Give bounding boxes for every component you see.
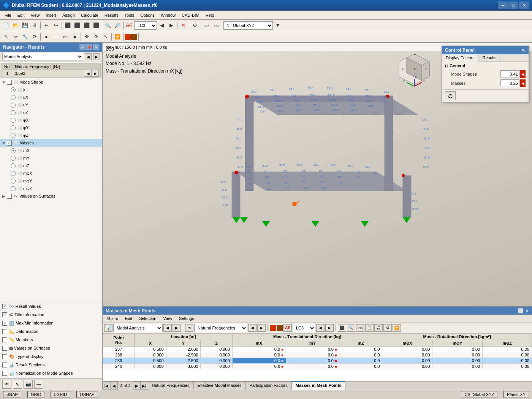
save-btn[interactable]: 💾: [21, 21, 30, 30]
open-btn[interactable]: 📂: [11, 21, 20, 30]
table-menu-goto[interactable]: Go To: [104, 315, 121, 321]
solid-btn[interactable]: ■: [70, 32, 79, 41]
print-btn[interactable]: 🖨: [30, 21, 39, 30]
uz-radio[interactable]: [11, 110, 16, 115]
menu-insert[interactable]: Insert: [43, 12, 59, 18]
tool2-btn[interactable]: ✏: [11, 32, 20, 41]
values-surfaces-checkbox[interactable]: [7, 194, 12, 199]
ux-item[interactable]: ⬜ uX: [0, 93, 102, 101]
cp-section-header[interactable]: ⊟ General: [445, 63, 526, 68]
lgrid-status[interactable]: LGRID: [51, 391, 70, 398]
ts-config-btn[interactable]: ⚙: [383, 324, 392, 332]
tab-last-btn[interactable]: ▶|: [141, 382, 148, 390]
cp-mode-shapes-input[interactable]: [500, 70, 519, 78]
phiy-item[interactable]: ⬜ φY: [0, 124, 102, 131]
table-row[interactable]: 2390.500-2.5000.0000.0 ■0.0 ■0.00.000.00…: [103, 358, 532, 364]
analysis-type-dropdown[interactable]: Modal Analysis: [2, 53, 83, 60]
u-abs-item[interactable]: ⬜ |u|: [0, 86, 102, 93]
view-xy-btn[interactable]: xxx: [212, 21, 221, 30]
title-info-checkbox[interactable]: [2, 312, 7, 317]
cp-masses-input[interactable]: [500, 79, 519, 87]
ts-print-btn[interactable]: 🖨: [374, 324, 383, 332]
menu-tools[interactable]: Tools: [121, 12, 137, 18]
phix-item[interactable]: ⬜ φX: [0, 116, 102, 124]
nav-minimize-btn[interactable]: ─: [79, 44, 86, 50]
menu-cad-bim[interactable]: CAD-BIM: [179, 12, 202, 18]
ts-brown-btn[interactable]: [277, 325, 283, 331]
mz-radio[interactable]: [11, 163, 16, 168]
tool3-btn[interactable]: 🔧: [21, 32, 30, 41]
menu-edit[interactable]: Edit: [14, 12, 28, 18]
osnap-status[interactable]: OSNAP: [76, 391, 98, 398]
nav-deformation[interactable]: 📐 Deformation: [0, 327, 102, 336]
maximize-button[interactable]: □: [508, 2, 518, 9]
tab-first-btn[interactable]: |◀: [103, 382, 110, 390]
move-btn[interactable]: ✥: [82, 32, 91, 41]
ts-prev-btn[interactable]: ◀: [163, 324, 172, 332]
snap-status[interactable]: SNAP: [3, 391, 21, 398]
cp-tab-display-factors[interactable]: Display Factors: [442, 54, 479, 62]
nav-next-btn[interactable]: ▶: [167, 21, 176, 30]
values-surfaces-item[interactable]: ▶ xx Values on Surfaces: [0, 192, 102, 200]
tab-effective-modal[interactable]: Effective Modal Masses: [194, 382, 246, 390]
nav-result-values[interactable]: xxx Result Values: [0, 302, 102, 310]
ts-next-btn[interactable]: ▶: [173, 324, 181, 332]
menu-assign[interactable]: Assign: [59, 12, 78, 18]
cp-tab-results[interactable]: Results: [479, 54, 501, 62]
mode-shape-item[interactable]: ▼ ⬜ Mode Shape: [0, 78, 102, 86]
ts-lc-dropdown[interactable]: LC3: [293, 324, 315, 332]
menu-help[interactable]: Help: [203, 12, 217, 18]
minimize-button[interactable]: ─: [498, 2, 508, 9]
ts-freq-dropdown[interactable]: Natural Frequencies: [194, 324, 247, 332]
line-btn[interactable]: —: [51, 32, 60, 41]
tool1-btn[interactable]: ↖: [2, 32, 11, 41]
view4-btn[interactable]: ⬛: [92, 21, 101, 30]
nav-normalization[interactable]: 📊 Normalization of Mode Shapes: [0, 369, 102, 377]
my-item[interactable]: ⬜ mY: [0, 154, 102, 162]
phix-radio[interactable]: [11, 118, 16, 123]
table-menu-selection[interactable]: Selection: [136, 315, 159, 321]
ts-xxx-btn[interactable]: xxx: [356, 324, 364, 332]
cp-close-btn[interactable]: ✕: [521, 47, 526, 53]
view3-btn[interactable]: ⬛: [82, 21, 91, 30]
nav-result-sections[interactable]: 🔬 Result Sections: [0, 361, 102, 369]
hz-nav-forward[interactable]: ▶: [92, 70, 99, 77]
zoom-out-btn[interactable]: 🔎: [113, 21, 122, 30]
menu-options[interactable]: Options: [137, 12, 158, 18]
nav-footer-cursor-btn[interactable]: ↖: [13, 380, 22, 389]
rotate-btn[interactable]: ⟳: [92, 32, 101, 41]
ts-red-btn[interactable]: [270, 325, 276, 331]
uy-item[interactable]: ⬜ uY: [0, 101, 102, 109]
nav-title-info[interactable]: 🏷 Title Information: [0, 310, 102, 319]
tp-close-btn[interactable]: ✕: [525, 308, 529, 314]
delete-btn[interactable]: ✕: [179, 21, 188, 30]
ts-freq-icon-btn[interactable]: ∿: [185, 324, 193, 332]
view-expand-btn[interactable]: ▼: [273, 21, 282, 30]
tab-next-btn[interactable]: ▶: [133, 382, 141, 390]
tab-masses-mesh[interactable]: Masses in Mesh Points: [292, 381, 345, 390]
nav-type-display[interactable]: 🎨 Type of display: [0, 352, 102, 361]
mpy-item[interactable]: ⬜ mφY: [0, 177, 102, 185]
ts-lc-next-btn[interactable]: ▶: [325, 324, 334, 332]
ts-filter-btn[interactable]: ⬛: [338, 324, 346, 332]
tp-restore-btn[interactable]: ⬜: [518, 308, 524, 314]
new-btn[interactable]: 📄: [2, 21, 11, 30]
members-checkbox[interactable]: [2, 337, 7, 342]
phiz-item[interactable]: ⬜ φZ: [0, 131, 102, 139]
menu-file[interactable]: File: [2, 12, 14, 18]
mx-radio[interactable]: [11, 148, 16, 153]
nav-footer-camera-btn[interactable]: 📷: [24, 380, 33, 389]
table-menu-settings[interactable]: Settings: [176, 315, 197, 321]
val-surf-checkbox[interactable]: [2, 346, 7, 351]
cp-scale-btn[interactable]: ⚖: [445, 91, 456, 100]
mx-item[interactable]: ⬜ mX: [0, 147, 102, 154]
ts-icon-btn[interactable]: 📊: [104, 324, 112, 332]
phiz-radio[interactable]: [11, 133, 16, 138]
mpy-radio[interactable]: [11, 179, 16, 184]
result-values-checkbox[interactable]: [2, 304, 7, 309]
type-disp-checkbox[interactable]: [2, 354, 7, 359]
table-menu-view[interactable]: View: [160, 315, 175, 321]
view1-btn[interactable]: ⬛: [63, 21, 72, 30]
nav-values-surfaces[interactable]: ▦ Values on Surfaces: [0, 344, 102, 352]
mpz-item[interactable]: ⬜ mφZ: [0, 185, 102, 192]
